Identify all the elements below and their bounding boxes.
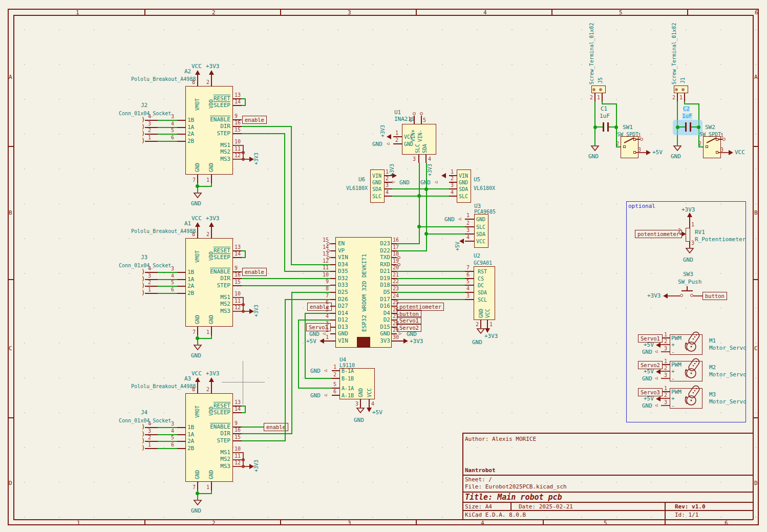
refdes-rv1[interactable]: RV1 [695,229,705,236]
refdes-a3[interactable]: A3 [184,376,191,382]
value-a1[interactable]: Pololu_Breakout_A4988 [131,228,196,234]
pin [330,299,335,300]
value-rv1[interactable]: R_Potentiometer [695,237,745,243]
symbol-potentiometer[interactable] [686,228,690,242]
value-u4[interactable]: L9110 [339,363,355,368]
global-label-potentiometer[interactable]: potentiometer [635,230,682,238]
value-m1[interactable]: Motor_Servo [709,345,747,351]
pin [197,327,198,335]
net-label-5v: +5V [372,410,382,416]
pin-number: 4 [386,190,389,195]
wire [305,313,306,379]
power-arrow-left [656,396,661,401]
pin [397,341,403,342]
frame-inner-bottom [13,519,753,520]
value-c2[interactable]: 1uF [682,113,692,119]
pin [661,398,670,399]
net-label-gnd: GND [407,331,417,337]
value-u6[interactable]: VL6180X [346,185,368,191]
value-m3[interactable]: Motor_Servo [709,399,747,405]
cursor-crosshair [243,361,243,405]
pin [392,341,397,342]
wire [242,440,286,441]
value-u2[interactable]: GC9A01 [474,260,492,266]
value-c1[interactable]: 1uF [600,113,610,119]
net-label-gnd: GND [444,217,455,223]
power-arrow-up [209,377,214,382]
value-j1[interactable]: Screw_Terminal_01x02 [671,23,677,84]
pin-number: 21 [393,272,399,278]
pin [330,243,335,244]
pin-number: 9 [235,266,238,271]
value-j3[interactable]: Conn_01x04_Socket [119,263,171,268]
value-m2[interactable]: Motor_Servo [709,372,747,378]
gnd-flag-icon: ◁ [655,349,657,354]
frame-tick [144,9,145,15]
pin-number: 14 [323,245,329,250]
refdes-a2[interactable]: A2 [184,69,191,75]
pin-number: 8 [192,232,195,237]
net-label-gnd: GND [372,141,382,147]
refdes-j2[interactable]: J2 [141,102,147,109]
value-u5[interactable]: VL6180X [474,185,495,191]
pin-name: TXD [358,254,390,261]
refdes-m3[interactable]: M3 [709,392,716,398]
wire [242,278,330,279]
refdes-m1[interactable]: M1 [709,338,716,344]
refdes-sw3[interactable]: SW3 [683,271,693,278]
refdes-u2[interactable]: U2 [474,253,480,259]
global-label-servo3[interactable]: Servo3 [306,323,331,331]
net-label-5v: +5V [644,396,654,402]
refdes-u1[interactable]: U1 [394,110,401,116]
value-j5[interactable]: Screw_Terminal_01x02 [589,23,594,84]
pin-name: GND [358,331,390,337]
global-label-button[interactable]: button [702,292,727,300]
refdes-j4[interactable]: J4 [141,410,147,416]
pin-name: D18 [358,282,390,288]
global-label-enable[interactable]: enable [307,303,332,311]
pin [177,293,185,294]
schematic-canvas[interactable]: 1 2 3 4 5 6 1 2 3 4 5 6 A B C D A B C D … [0,0,767,532]
refdes-a1[interactable]: A1 [184,221,191,227]
pin [324,341,330,342]
wire [298,388,332,389]
refdes-j3[interactable]: J3 [141,254,147,261]
pin-number: 1 [148,287,151,292]
value-j2[interactable]: Conn_01x04_Socket [119,111,171,116]
frame-tick [416,519,417,525]
pin-number: 9 [235,114,238,119]
global-label-enable[interactable]: enable [242,116,267,124]
pin-number: 1 [206,178,209,183]
refdes-j1[interactable]: J1 [680,77,686,83]
global-label-enable[interactable]: enable [242,268,267,276]
pin [330,313,335,314]
pin [233,412,242,413]
pin-number: 10 [235,139,241,144]
pin-name: VIN [459,173,468,179]
refdes-u5[interactable]: U5 [474,177,480,183]
wire [397,278,465,279]
pin-number: 3 [664,373,667,378]
value-a2[interactable]: Pololu_Breakout_A4988 [131,76,196,82]
pin-name-ms1: MS1 [196,294,230,301]
refdes-sw2[interactable]: SW2 [705,124,715,131]
refdes-j5[interactable]: J5 [598,77,603,83]
titleblock-line [462,510,753,511]
frame-tick [551,9,552,15]
value-a3[interactable]: Pololu_Breakout_A4988 [131,384,196,389]
titleblock-company: Nantrobot [465,467,496,474]
refdes-c2[interactable]: C2 [683,106,690,112]
refdes-c1[interactable]: C1 [601,106,607,112]
pin-name: D13 [338,324,348,330]
refdes-m2[interactable]: M2 [709,365,716,371]
net-label-gnd: GND [420,180,431,186]
unconnected-pin-icon [413,112,416,115]
pin [211,227,212,238]
frame-col-label: 4 [481,520,484,526]
refdes-u6[interactable]: U6 [358,177,365,183]
value-sw3[interactable]: SW_Push [678,279,701,285]
refdes-sw1[interactable]: SW1 [623,124,633,131]
pin-number: 1 [206,485,209,490]
value-j4[interactable]: Conn_01x04_Socket [119,418,171,423]
pin-name: VIN+ [410,130,416,142]
